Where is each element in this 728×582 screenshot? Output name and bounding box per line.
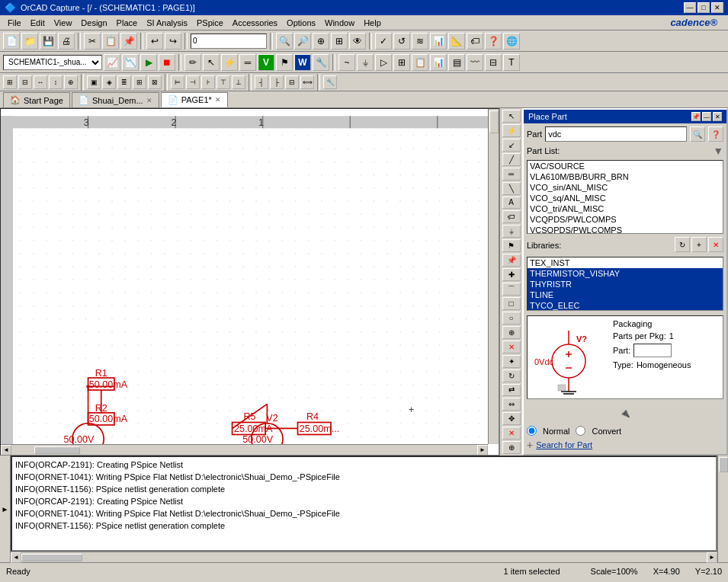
tb2-chart[interactable]: 📊: [430, 54, 447, 71]
lib-remove-button[interactable]: ✕: [708, 237, 723, 252]
tb3-align3[interactable]: ⊦: [201, 75, 215, 89]
cut-button[interactable]: ✂: [84, 33, 101, 50]
tb2-bus[interactable]: ═: [239, 54, 256, 71]
lib-item-4[interactable]: TYCO_ELEC: [528, 300, 723, 311]
scroll-track-h[interactable]: [11, 446, 477, 454]
tab-shuai-close[interactable]: ✕: [146, 97, 152, 104]
tb2-v[interactable]: V: [258, 54, 274, 71]
tb3-bar1[interactable]: ┤: [255, 75, 268, 89]
lib-refresh-button[interactable]: ↻: [675, 237, 690, 252]
output-scrollbar-v[interactable]: [717, 456, 728, 562]
radio-normal[interactable]: [527, 426, 537, 436]
tb3-align1[interactable]: ⊨: [171, 75, 184, 89]
part-input[interactable]: [545, 126, 687, 142]
part-list-item-5[interactable]: VCQPDS/PWLCOMPS: [528, 214, 723, 225]
tb3-btn1[interactable]: ⊞: [3, 75, 17, 89]
browser-button[interactable]: 🌐: [503, 33, 520, 50]
tb3-btn10[interactable]: ⊠: [148, 75, 162, 89]
tb2-drc[interactable]: 📋: [412, 54, 428, 71]
tb2-wave[interactable]: 〰: [467, 54, 483, 71]
lib-item-2[interactable]: THYRISTR: [528, 279, 723, 289]
zoom-in-button[interactable]: 🔍: [276, 33, 293, 50]
rt-rect[interactable]: □: [502, 297, 521, 310]
tb3-btn9[interactable]: ⊞: [133, 75, 146, 89]
out-thumb-h[interactable]: [21, 554, 82, 561]
back-annot-button[interactable]: ↺: [393, 33, 410, 50]
rt-label[interactable]: 🏷: [502, 210, 521, 223]
scroll-left-button[interactable]: ◄: [1, 445, 11, 456]
schematic-select[interactable]: SCHEMATIC1-_shua...: [3, 55, 102, 70]
rt-wire[interactable]: ⚡: [502, 124, 521, 137]
tb2-btn2[interactable]: 📉: [122, 54, 139, 71]
tb3-btn7[interactable]: ◈: [102, 75, 116, 89]
rt-arc[interactable]: ⌒: [502, 283, 521, 296]
part-list-item-3[interactable]: VCO_sq/ANL_MISC: [528, 193, 723, 203]
design-rules-button[interactable]: 📐: [448, 33, 465, 50]
rt-text[interactable]: A: [502, 197, 521, 209]
tb2-net[interactable]: ~: [338, 54, 355, 71]
tb3-btn8[interactable]: ≣: [117, 75, 131, 89]
menu-accessories[interactable]: Accessories: [228, 17, 282, 29]
part-list-item-1[interactable]: VLA610M/BB/BURR_BRN: [528, 171, 723, 182]
panel-pin-button[interactable]: 📌: [691, 112, 701, 121]
lib-item-0[interactable]: TEX_INST: [528, 257, 723, 268]
rt-zoom[interactable]: ⊕: [502, 441, 521, 454]
radio-convert[interactable]: [576, 426, 585, 436]
tab-shuai-dem[interactable]: 📄 Shuai_Dem... ✕: [72, 92, 159, 107]
rt-line[interactable]: ╱: [502, 153, 521, 166]
tb2-stop[interactable]: ⏹: [159, 54, 175, 71]
out-scroll-left[interactable]: ◄: [11, 552, 21, 563]
search-row[interactable]: + Search for Part: [527, 439, 723, 451]
panel-close-button[interactable]: ✕: [713, 112, 722, 121]
tb2-run[interactable]: ▶: [140, 54, 157, 71]
tb2-bar[interactable]: ▤: [448, 54, 465, 71]
schematic-area[interactable]: 3 2 1 50.00V 50Vdc R1 50.00mA R2: [0, 108, 499, 456]
zoom-area-button[interactable]: ⊕: [313, 33, 329, 50]
copy-button[interactable]: 📋: [102, 33, 119, 50]
tb2-text[interactable]: T: [503, 54, 520, 71]
out-scroll-right[interactable]: ►: [707, 552, 717, 563]
redo-button[interactable]: ↪: [165, 33, 181, 50]
menu-si-analysis[interactable]: SI Analysis: [142, 17, 192, 29]
tb2-table[interactable]: ⊟: [485, 54, 502, 71]
output-toggle-icon[interactable]: ►: [0, 456, 11, 562]
rt-busentry[interactable]: ╲: [502, 182, 521, 195]
part-list-item-2[interactable]: VCO_sin/ANL_MISC: [528, 182, 723, 193]
zoom-out-button[interactable]: 🔎: [294, 33, 311, 50]
menu-place[interactable]: Place: [112, 17, 143, 29]
close-button[interactable]: ✕: [711, 2, 723, 13]
scrollbar-horizontal[interactable]: ◄ ►: [1, 444, 488, 455]
tb2-gnd[interactable]: ⏚: [357, 54, 374, 71]
tab-page1-close[interactable]: ✕: [215, 96, 221, 104]
rt-pin[interactable]: 📌: [502, 254, 521, 267]
part-search-button[interactable]: 🔍: [690, 126, 705, 142]
tb3-align5[interactable]: ⊥: [232, 75, 245, 89]
lib-add-button[interactable]: +: [691, 237, 707, 252]
part-list-container[interactable]: VAC/SOURCE VLA610M/BB/BURR_BRN VCO_sin/A…: [527, 160, 723, 234]
new-button[interactable]: 📄: [3, 33, 20, 50]
lib-list-container[interactable]: TEX_INST THERMISTOR_VISHAY THYRISTR TLIN…: [527, 257, 723, 311]
out-thumb-v[interactable]: [719, 457, 728, 472]
rt-plus[interactable]: ✕: [502, 341, 521, 353]
scroll-right-button[interactable]: ►: [477, 445, 488, 456]
scroll-thumb-v[interactable]: [489, 110, 499, 133]
tb2-btn1[interactable]: 📈: [104, 54, 120, 71]
lib-item-3[interactable]: TLINE: [528, 289, 723, 300]
tb3-btn6[interactable]: ▣: [87, 75, 101, 89]
undo-button[interactable]: ↩: [146, 33, 163, 50]
part-list-item-6[interactable]: VCSQPDS/PWLCOMPS: [528, 225, 723, 234]
menu-window[interactable]: Window: [320, 17, 359, 29]
part-list-item-0[interactable]: VAC/SOURCE: [528, 161, 723, 171]
tb3-bar3[interactable]: ⊟: [285, 75, 299, 89]
tab-page1[interactable]: 📄 PAGE1* ✕: [161, 92, 228, 107]
search-label[interactable]: Search for Part: [536, 440, 592, 449]
tb2-pencil[interactable]: ✏: [184, 54, 201, 71]
tb3-extra[interactable]: 🔧: [323, 75, 337, 89]
tb2-port[interactable]: ▷: [375, 54, 392, 71]
output-scrollbar-h[interactable]: ◄ ►: [11, 552, 717, 562]
tb3-bar2[interactable]: ├: [270, 75, 284, 89]
tb2-power[interactable]: ⚑: [276, 54, 293, 71]
scrollbar-vertical[interactable]: [488, 109, 499, 444]
zoom-input[interactable]: [191, 34, 267, 49]
rt-delete[interactable]: ✕: [502, 427, 521, 440]
